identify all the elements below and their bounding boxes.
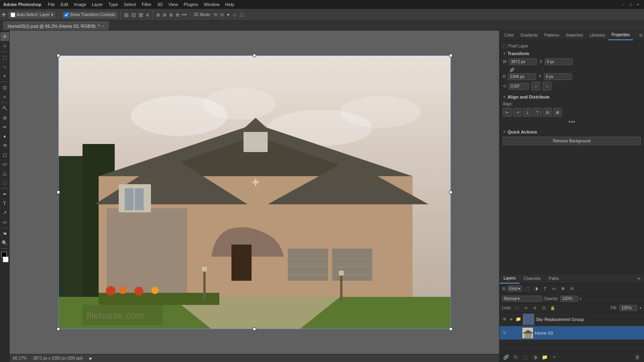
lock-transparent-pixels-icon[interactable]: ⬚ <box>514 305 520 311</box>
align-top-edges-button[interactable]: ⊤ <box>533 108 542 117</box>
new-group-icon[interactable]: 📁 <box>541 353 549 361</box>
add-layer-style-icon[interactable]: fx <box>512 353 520 361</box>
menu-plugins[interactable]: Plugins <box>184 2 198 7</box>
tab-swatches[interactable]: Swatches <box>563 31 586 40</box>
3d-tool-icon-5[interactable]: 🎥 <box>239 12 245 18</box>
shape-tool[interactable]: ▭ <box>0 218 9 226</box>
align-left-edges-button[interactable]: ⊢ <box>503 108 512 117</box>
lock-artboard-icon[interactable]: ⊡ <box>541 305 547 311</box>
blend-mode-dropdown[interactable]: Normal ▾ <box>502 296 542 302</box>
menu-help[interactable]: Help <box>225 2 234 7</box>
distribute-icon-4[interactable]: ⊕ <box>175 12 180 18</box>
align-center-icon[interactable]: ⊟ <box>131 12 136 18</box>
tab-close-button[interactable]: × <box>102 24 104 28</box>
opacity-input[interactable] <box>560 296 578 302</box>
more-options-icon[interactable]: ••• <box>182 12 187 18</box>
menu-image[interactable]: Image <box>74 2 86 7</box>
transform-header[interactable]: ▼ Transform <box>503 51 641 56</box>
type-tool[interactable]: T <box>0 199 9 208</box>
restore-button[interactable]: □ <box>628 2 634 7</box>
add-mask-icon[interactable]: ⬚ <box>521 353 529 361</box>
layer-visibility-home03[interactable]: 👁 <box>501 330 508 336</box>
document-tab[interactable]: Home03(1).psd @ 66.2% (Home 03, RGB/8) *… <box>3 21 109 30</box>
align-right-icon[interactable]: ⊠ <box>138 12 143 18</box>
more-options-button[interactable]: ••• <box>503 118 641 125</box>
gradient-tool[interactable]: ▭ <box>0 160 9 169</box>
show-transform-toggle[interactable]: Show Transform Controls <box>62 12 118 18</box>
menu-select[interactable]: Select <box>124 2 136 7</box>
distribute-icon-3[interactable]: ⊕ <box>169 12 173 18</box>
lock-all-icon[interactable]: 🔒 <box>549 305 556 311</box>
menu-3d[interactable]: 3D <box>157 2 163 7</box>
transform-handle-top-left[interactable] <box>57 54 60 57</box>
filter-kind-dropdown[interactable]: Kind ▾ <box>507 286 522 292</box>
lock-position-icon[interactable]: ✛ <box>532 305 538 311</box>
layer-tab-add-icon[interactable]: + <box>637 275 644 282</box>
layer-tab-layers[interactable]: Layers <box>500 274 520 284</box>
align-vertical-centers-button[interactable]: ⊟ <box>543 108 552 117</box>
new-fill-adjustment-icon[interactable]: ◑ <box>531 353 539 361</box>
minimize-button[interactable]: − <box>621 2 626 7</box>
pen-tool[interactable]: ✒ <box>0 190 9 199</box>
distribute-icon-1[interactable]: ⊕ <box>156 12 160 18</box>
opacity-chevron[interactable]: ▾ <box>580 297 582 301</box>
menu-view[interactable]: View <box>168 2 178 7</box>
blur-tool[interactable]: △ <box>0 169 9 178</box>
auto-select-dropdown[interactable]: Auto-Select: Layer ▾ <box>8 12 55 18</box>
quick-actions-header[interactable]: ▼ Quick Actions <box>503 130 641 134</box>
filter-pixel-icon[interactable]: ⬚ <box>524 285 531 292</box>
flip-h-icon[interactable]: ↔ <box>531 82 540 90</box>
properties-collapse-icon[interactable]: ⊞ <box>639 33 642 37</box>
slice-tool[interactable]: ⌗ <box>0 93 9 101</box>
remove-background-button[interactable]: Remove Background <box>503 137 641 145</box>
transform-checkbox[interactable] <box>64 12 69 17</box>
spot-healing-tool[interactable]: ⊘ <box>0 113 9 122</box>
filter-toggle-icon[interactable]: ⊝ <box>568 285 575 292</box>
background-color[interactable] <box>3 257 8 262</box>
y-input[interactable] <box>544 73 572 80</box>
flip-v-icon[interactable]: ↕ <box>543 82 551 90</box>
auto-select-checkbox[interactable] <box>10 12 15 17</box>
eyedropper-tool[interactable]: ⛏ <box>0 104 9 113</box>
filter-type-icon[interactable]: T <box>541 285 549 292</box>
tab-libraries[interactable]: Libraries <box>586 31 608 40</box>
menu-layer[interactable]: Layer <box>92 2 103 7</box>
3d-tool-icon-4[interactable]: ⊹ <box>233 12 237 18</box>
chain-link-icon[interactable]: 🔗 <box>509 67 515 72</box>
3d-tool-icon-1[interactable]: ⟲ <box>213 12 217 18</box>
align-right-edges-button[interactable]: ⊥ <box>523 108 532 117</box>
menu-filter[interactable]: Filter <box>142 2 151 7</box>
transform-handle-top-right[interactable] <box>449 54 452 57</box>
clone-stamp-tool[interactable]: ♦ <box>0 132 9 141</box>
magic-wand-tool[interactable]: ⌖ <box>0 72 9 80</box>
align-horizontal-centers-button[interactable]: ⊣ <box>513 108 522 117</box>
delete-layer-icon[interactable]: 🗑 <box>634 353 642 361</box>
transform-handle-bottom-right[interactable] <box>449 327 452 331</box>
layer-visibility-sky[interactable]: 👁 <box>501 316 508 323</box>
history-brush-tool[interactable]: ⟲ <box>0 141 9 150</box>
3d-tool-icon-3[interactable]: ✦ <box>226 12 230 18</box>
distribute-icon-2[interactable]: ⊕ <box>163 12 167 18</box>
3d-tool-icon-2[interactable]: ⟲ <box>220 12 224 18</box>
new-layer-icon[interactable]: + <box>550 353 558 361</box>
filter-shape-icon[interactable]: ▭ <box>550 285 557 292</box>
height-input[interactable] <box>508 73 536 80</box>
menu-type[interactable]: Type <box>109 2 118 7</box>
artboard-tool[interactable]: ⊹ <box>0 41 9 50</box>
zoom-tool[interactable]: 🔍 <box>0 239 9 247</box>
hand-tool[interactable]: ☚ <box>0 229 9 238</box>
transform-handle-bottom-center[interactable] <box>253 327 256 331</box>
path-selection-tool[interactable]: ↗ <box>0 208 9 217</box>
align-header[interactable]: ▼ Align and Distribute <box>503 95 641 99</box>
menu-window[interactable]: Window <box>204 2 219 7</box>
layer-item-home03[interactable]: 👁 Home 03 <box>500 326 644 340</box>
align-bottom-edges-button[interactable]: ⊞ <box>553 108 562 117</box>
eraser-tool[interactable]: ◻ <box>0 150 9 159</box>
transform-handle-bottom-left[interactable] <box>57 327 60 331</box>
align-left-icon[interactable]: ⊞ <box>124 12 129 18</box>
tab-patterns[interactable]: Patterns <box>541 31 562 40</box>
menu-edit[interactable]: Edit <box>60 2 68 7</box>
crop-tool[interactable]: ⊡ <box>0 83 9 92</box>
layer-expand-sky[interactable]: ▶ <box>509 317 514 322</box>
link-layers-icon[interactable]: 🔗 <box>502 353 510 361</box>
